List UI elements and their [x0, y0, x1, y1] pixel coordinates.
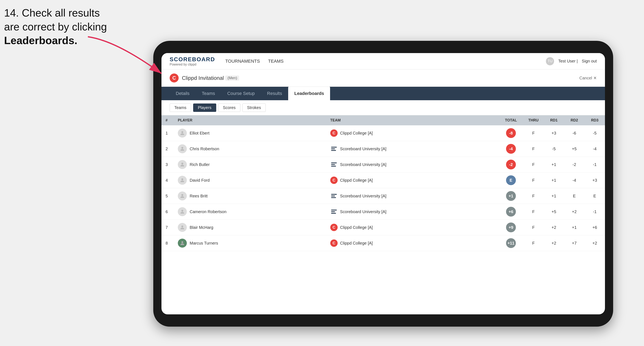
team-icon: C: [330, 129, 338, 137]
annotation-text: 14. Check all results are correct by cli…: [4, 6, 107, 48]
table-row: 7Blair McHargCClippd College [A]+9F+2+1+…: [162, 220, 605, 235]
player-name: Rees Britt: [190, 194, 208, 198]
player-avatar: [178, 176, 187, 185]
nav-bar: SCOREBOARD Powered by clippd TOURNAMENTS…: [162, 53, 605, 69]
table-row: 4David FordCClippd College [A]EF+1-4+3: [162, 173, 605, 188]
tab-leaderboards[interactable]: Leaderboards: [288, 87, 330, 100]
nav-teams[interactable]: TEAMS: [268, 58, 284, 65]
sign-out-link[interactable]: Sign out: [582, 59, 597, 63]
col-rd3: RD3: [584, 115, 605, 125]
cell-total: E: [499, 173, 523, 188]
cell-rd3: E: [584, 188, 605, 204]
cell-player: David Ford: [174, 173, 326, 188]
cell-thru: F: [523, 157, 544, 173]
filter-scores[interactable]: Scores: [218, 104, 240, 112]
tab-teams[interactable]: Teams: [196, 87, 221, 100]
cell-total: +6: [499, 204, 523, 220]
player-avatar: [178, 191, 187, 200]
tournament-header: C Clippd Invitational (Men) Cancel ✕: [162, 69, 605, 87]
team-name: Scoreboard University [A]: [340, 147, 386, 151]
tab-course-setup[interactable]: Course Setup: [221, 87, 261, 100]
user-name: Test User |: [558, 59, 578, 63]
tournament-icon: C: [170, 73, 179, 82]
team-name: Scoreboard University [A]: [340, 209, 386, 214]
filter-bar: Teams Players Scores Strokes: [162, 100, 605, 115]
cell-thru: F: [523, 220, 544, 235]
cell-rd3: +6: [584, 220, 605, 235]
cell-rd1: +1: [544, 157, 564, 173]
cell-player: Rich Butler: [174, 157, 326, 173]
team-icon: C: [330, 176, 338, 184]
cell-player: Cameron Robertson: [174, 204, 326, 220]
cell-thru: F: [523, 204, 544, 220]
score-badge: +11: [506, 238, 516, 248]
tab-details[interactable]: Details: [170, 87, 196, 100]
cell-rd2: +5: [564, 141, 584, 157]
cell-team: CClippd College [A]: [326, 125, 499, 141]
svg-point-5: [181, 194, 183, 196]
team-icon: [330, 161, 338, 168]
nav-tournaments[interactable]: TOURNAMENTS: [225, 58, 260, 65]
svg-point-8: [181, 241, 183, 243]
tab-bar: Details Teams Course Setup Results Leade…: [162, 87, 605, 100]
cell-total: +9: [499, 220, 523, 235]
cell-rd1: +1: [544, 188, 564, 204]
user-avatar: TU: [546, 57, 554, 65]
team-name: Clippd College [A]: [340, 131, 373, 136]
col-thru: THRU: [523, 115, 544, 125]
logo-text: SCOREBOARD: [170, 56, 215, 63]
tab-results[interactable]: Results: [261, 87, 288, 100]
team-icon: [330, 208, 338, 215]
col-rd2: RD2: [564, 115, 584, 125]
cell-rd2: -4: [564, 173, 584, 188]
svg-point-7: [181, 226, 183, 227]
cell-rank: 2: [162, 141, 174, 157]
cell-rd2: +1: [564, 220, 584, 235]
svg-point-6: [181, 210, 183, 212]
cell-total: -2: [499, 157, 523, 173]
cell-team: CClippd College [A]: [326, 235, 499, 251]
cell-total: -4: [499, 141, 523, 157]
team-icon: C: [330, 239, 338, 247]
player-name: Marcus Turners: [190, 241, 218, 246]
player-name: Rich Butler: [190, 162, 210, 167]
score-badge: +1: [506, 191, 516, 201]
player-avatar: [178, 129, 187, 138]
cell-rank: 3: [162, 157, 174, 173]
nav-right: TU Test User | Sign out: [546, 57, 597, 65]
score-badge: -4: [506, 144, 516, 154]
score-badge: +9: [506, 222, 516, 232]
tablet-frame: SCOREBOARD Powered by clippd TOURNAMENTS…: [153, 41, 613, 327]
player-name: Blair McHarg: [190, 225, 213, 230]
cell-rd2: -2: [564, 157, 584, 173]
table-row: 8Marcus TurnersCClippd College [A]+11F+2…: [162, 235, 605, 251]
cell-total: +1: [499, 188, 523, 204]
nav-links: TOURNAMENTS TEAMS: [225, 58, 546, 65]
player-avatar: [178, 207, 187, 216]
cell-rd1: -5: [544, 141, 564, 157]
logo-area: SCOREBOARD Powered by clippd: [170, 56, 215, 66]
col-total: TOTAL: [499, 115, 523, 125]
team-icon: C: [330, 224, 338, 231]
player-avatar: [178, 160, 187, 169]
cell-rd3: +2: [584, 235, 605, 251]
cell-rd1: +5: [544, 204, 564, 220]
filter-players[interactable]: Players: [193, 104, 216, 112]
cell-rank: 8: [162, 235, 174, 251]
cancel-button[interactable]: Cancel ✕: [580, 76, 597, 80]
tablet-screen: SCOREBOARD Powered by clippd TOURNAMENTS…: [162, 53, 605, 314]
leaderboard-table: # PLAYER TEAM TOTAL THRU RD1 RD2 RD3 1El…: [162, 115, 605, 251]
cell-rd2: E: [564, 188, 584, 204]
cell-rd1: +3: [544, 125, 564, 141]
player-avatar: [178, 239, 187, 248]
tournament-name: Clippd Invitational: [182, 75, 224, 81]
cell-player: Marcus Turners: [174, 235, 326, 251]
team-name: Scoreboard University [A]: [340, 162, 386, 167]
col-rd1: RD1: [544, 115, 564, 125]
player-avatar: [178, 144, 187, 153]
filter-teams[interactable]: Teams: [170, 104, 191, 112]
filter-strokes[interactable]: Strokes: [242, 104, 266, 112]
team-name: Clippd College [A]: [340, 241, 373, 246]
svg-point-2: [181, 147, 183, 149]
cell-team: Scoreboard University [A]: [326, 204, 499, 220]
